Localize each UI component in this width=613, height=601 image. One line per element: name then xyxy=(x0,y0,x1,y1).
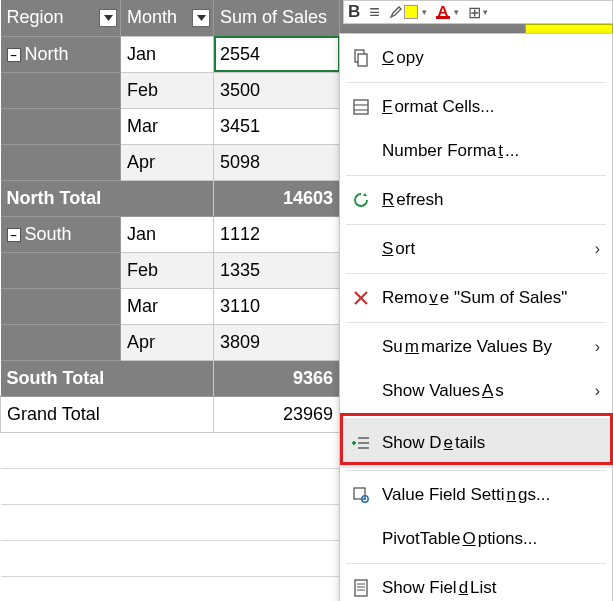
south-total-value: 9366 xyxy=(214,360,340,396)
context-menu: Copy Format Cells... Number Format... Re… xyxy=(339,33,613,601)
format-cells-icon xyxy=(340,98,382,116)
header-region[interactable]: Region xyxy=(1,0,121,36)
region-blank[interactable] xyxy=(1,72,121,108)
menu-summarize-values-by[interactable]: Summarize Values By › xyxy=(340,325,612,369)
region-north-cell[interactable]: North xyxy=(1,36,121,72)
menu-copy-label: Copy xyxy=(382,48,600,68)
region-blank[interactable] xyxy=(1,252,121,288)
menu-separator xyxy=(346,273,606,274)
header-region-label: Region xyxy=(7,7,64,27)
bold-button[interactable]: B xyxy=(348,2,360,22)
filter-dropdown-icon[interactable] xyxy=(192,9,210,27)
menu-copy[interactable]: Copy xyxy=(340,36,612,80)
svg-point-14 xyxy=(364,498,366,500)
grand-total-label: Grand Total xyxy=(1,396,214,432)
chevron-right-icon: › xyxy=(584,240,600,258)
remove-icon xyxy=(340,290,382,306)
south-feb-month[interactable]: Feb xyxy=(121,252,214,288)
grand-total-value: 23969 xyxy=(214,396,340,432)
menu-value-field-settings-label: Value Field Settings... xyxy=(382,485,600,505)
north-jan-month[interactable]: Jan xyxy=(121,36,214,72)
header-month-label: Month xyxy=(127,7,177,27)
svg-rect-1 xyxy=(358,54,367,66)
menu-separator xyxy=(346,82,606,83)
refresh-icon xyxy=(340,191,382,209)
svg-rect-12 xyxy=(354,488,365,499)
north-mar-month[interactable]: Mar xyxy=(121,108,214,144)
filter-dropdown-icon[interactable] xyxy=(99,9,117,27)
menu-separator xyxy=(346,322,606,323)
borders-button[interactable]: ⊞ xyxy=(468,3,479,22)
north-jan-value[interactable]: 2554 xyxy=(214,36,340,72)
mini-toolbar: B ≡ ▾ A ▾ ⊞ ▾ xyxy=(343,0,613,24)
south-apr-value[interactable]: 3809 xyxy=(214,324,340,360)
menu-separator xyxy=(346,415,606,416)
chevron-down-icon[interactable]: ▾ xyxy=(422,7,427,17)
highlight-color-swatch xyxy=(404,5,418,19)
north-total-label: North Total xyxy=(1,180,214,216)
menu-separator xyxy=(346,224,606,225)
menu-pivottable-options[interactable]: PivotTable Options... xyxy=(340,517,612,561)
menu-remove-label: Remove "Sum of Sales" xyxy=(382,288,600,308)
menu-pivottable-options-label: PivotTable Options... xyxy=(382,529,600,549)
menu-number-format-label: Number Format... xyxy=(382,141,600,161)
region-blank[interactable] xyxy=(1,108,121,144)
copy-icon xyxy=(340,49,382,67)
south-total-label: South Total xyxy=(1,360,214,396)
chevron-right-icon: › xyxy=(584,338,600,356)
collapse-icon[interactable] xyxy=(7,48,21,62)
highlight-pen-icon xyxy=(389,5,403,19)
south-apr-month[interactable]: Apr xyxy=(121,324,214,360)
menu-refresh-label: Refresh xyxy=(382,190,600,210)
menu-show-details-label: Show Details xyxy=(382,433,600,453)
north-total-value: 14603 xyxy=(214,180,340,216)
highlight-color-button[interactable] xyxy=(389,5,418,19)
region-south-cell[interactable]: South xyxy=(1,216,121,252)
collapse-icon[interactable] xyxy=(7,228,21,242)
south-jan-value[interactable]: 1112 xyxy=(214,216,340,252)
menu-sort-label: Sort xyxy=(382,239,584,259)
menu-number-format[interactable]: Number Format... xyxy=(340,129,612,173)
chevron-down-icon[interactable]: ▾ xyxy=(483,7,488,17)
menu-show-values-as[interactable]: Show Values As › xyxy=(340,369,612,413)
show-details-icon xyxy=(340,435,382,451)
region-south-label: South xyxy=(25,224,72,244)
field-list-icon xyxy=(340,579,382,597)
svg-rect-2 xyxy=(354,100,368,114)
menu-summarize-label: Summarize Values By xyxy=(382,337,584,357)
menu-show-field-list[interactable]: Show Field List xyxy=(340,566,612,601)
menu-format-cells[interactable]: Format Cells... xyxy=(340,85,612,129)
region-blank[interactable] xyxy=(1,288,121,324)
menu-show-details[interactable]: Show Details xyxy=(340,418,612,468)
north-mar-value[interactable]: 3451 xyxy=(214,108,340,144)
north-apr-value[interactable]: 5098 xyxy=(214,144,340,180)
header-sum-of-sales-label: Sum of Sales xyxy=(220,7,327,27)
north-apr-month[interactable]: Apr xyxy=(121,144,214,180)
region-blank[interactable] xyxy=(1,144,121,180)
value-field-settings-icon xyxy=(340,486,382,504)
svg-rect-15 xyxy=(355,580,367,596)
menu-sort[interactable]: Sort › xyxy=(340,227,612,271)
menu-separator xyxy=(346,470,606,471)
menu-separator xyxy=(346,175,606,176)
chevron-down-icon[interactable]: ▾ xyxy=(454,7,459,17)
north-feb-value[interactable]: 3500 xyxy=(214,72,340,108)
menu-remove[interactable]: Remove "Sum of Sales" xyxy=(340,276,612,320)
north-feb-month[interactable]: Feb xyxy=(121,72,214,108)
chevron-right-icon: › xyxy=(584,382,600,400)
font-color-button[interactable]: A xyxy=(436,5,450,19)
header-month[interactable]: Month xyxy=(121,0,214,36)
region-blank[interactable] xyxy=(1,324,121,360)
south-mar-month[interactable]: Mar xyxy=(121,288,214,324)
menu-format-cells-label: Format Cells... xyxy=(382,97,600,117)
south-mar-value[interactable]: 3110 xyxy=(214,288,340,324)
menu-show-values-as-label: Show Values As xyxy=(382,381,584,401)
align-button[interactable]: ≡ xyxy=(369,2,380,23)
south-feb-value[interactable]: 1335 xyxy=(214,252,340,288)
header-sum-of-sales[interactable]: Sum of Sales xyxy=(214,0,340,36)
menu-show-field-list-label: Show Field List xyxy=(382,578,600,598)
south-jan-month[interactable]: Jan xyxy=(121,216,214,252)
menu-separator xyxy=(346,563,606,564)
menu-value-field-settings[interactable]: Value Field Settings... xyxy=(340,473,612,517)
menu-refresh[interactable]: Refresh xyxy=(340,178,612,222)
